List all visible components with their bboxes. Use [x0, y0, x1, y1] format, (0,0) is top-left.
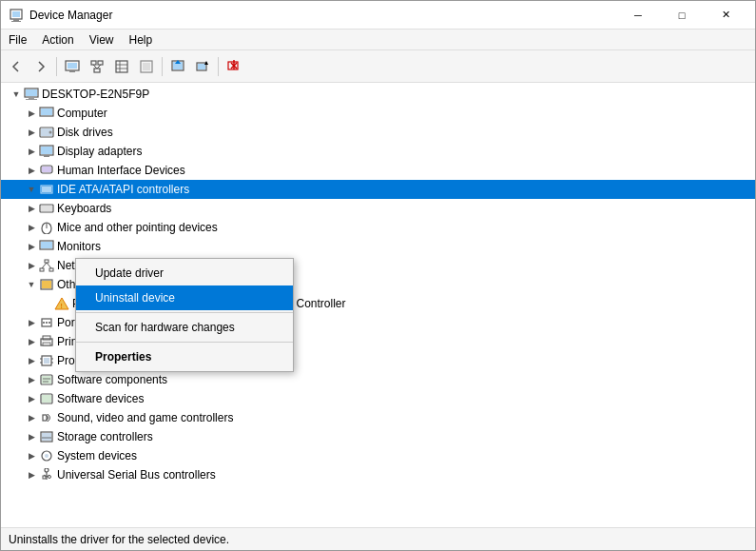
tree-disk-drives[interactable]: ▶ Disk drives	[1, 123, 755, 142]
other-icon	[39, 277, 54, 292]
svg-rect-7	[91, 61, 96, 65]
close-button[interactable]: ✕	[704, 1, 747, 30]
svg-rect-1	[12, 11, 20, 17]
display-adapters-expand[interactable]: ▶	[24, 144, 39, 159]
maximize-button[interactable]: □	[660, 1, 704, 30]
show-by-connection[interactable]	[86, 55, 108, 78]
tree-software-components[interactable]: ▶ Software components	[1, 370, 755, 389]
tree-root[interactable]: ▼ DESKTOP-E2N5F9P	[1, 85, 755, 104]
device-tree[interactable]: ▼ DESKTOP-E2N5F9P ▶	[1, 83, 755, 527]
update-driver-button[interactable]	[166, 55, 189, 78]
svg-rect-38	[44, 155, 49, 157]
title-bar: Device Manager ─ □ ✕	[1, 1, 755, 30]
ctx-update-driver[interactable]: Update driver	[76, 261, 293, 285]
tree-system-devices[interactable]: ▶ System devices	[1, 446, 755, 465]
hid-icon	[39, 163, 54, 178]
disk-drives-icon	[39, 125, 54, 140]
ctx-scan-hardware[interactable]: Scan for hardware changes	[76, 315, 293, 340]
monitors-expand[interactable]: ▶	[24, 239, 39, 254]
network-icon	[39, 258, 54, 273]
print-queues-icon	[39, 334, 54, 349]
menu-help[interactable]: Help	[122, 30, 161, 50]
svg-line-53	[47, 263, 51, 268]
show-resources-type[interactable]	[135, 55, 158, 78]
device-manager-window: Device Manager ─ □ ✕ File Action View He…	[0, 0, 756, 551]
svg-point-61	[48, 322, 50, 324]
processors-expand[interactable]: ▶	[24, 353, 39, 368]
system-devices-icon	[39, 448, 54, 463]
tree-hid[interactable]: ▶ Human Interface Devices	[1, 161, 755, 180]
minimize-button[interactable]: ─	[616, 1, 660, 30]
svg-rect-72	[42, 376, 51, 384]
software-devices-expand[interactable]: ▶	[24, 391, 39, 406]
other-expand[interactable]: ▼	[24, 277, 39, 292]
software-components-expand[interactable]: ▶	[24, 372, 39, 387]
tree-sound[interactable]: ▶ Sound, video and game controllers	[1, 408, 755, 427]
ctx-uninstall-device[interactable]: Uninstall device	[76, 285, 293, 310]
app-icon	[9, 8, 24, 23]
scan-hardware-button[interactable]	[191, 55, 214, 78]
tree-keyboards[interactable]: ▶ Keyboards	[1, 199, 755, 218]
ide-ata-icon	[39, 182, 54, 197]
tree-computer[interactable]: ▶ Computer	[1, 104, 755, 123]
show-by-device[interactable]	[61, 55, 84, 78]
show-resources-device[interactable]	[110, 55, 133, 78]
mice-expand[interactable]: ▶	[24, 220, 39, 235]
svg-rect-29	[29, 97, 34, 99]
svg-point-35	[49, 131, 52, 134]
tree-ide-ata[interactable]: ▼ IDE ATA/ATAPI controllers	[1, 180, 755, 199]
storage-expand[interactable]: ▶	[24, 429, 39, 444]
remove-device-button[interactable]	[223, 55, 245, 78]
network-expand[interactable]: ▶	[24, 258, 39, 273]
tree-usb[interactable]: ▶ Universal Serial Bus controllers	[1, 465, 755, 484]
ports-expand[interactable]: ▶	[24, 315, 39, 330]
ctx-properties[interactable]: Properties	[76, 344, 293, 369]
tree-item-label: Universal Serial Bus controllers	[57, 468, 216, 482]
root-expand[interactable]: ▼	[9, 87, 24, 102]
menu-view[interactable]: View	[82, 30, 122, 50]
ports-icon	[39, 315, 54, 330]
tree-mice[interactable]: ▶ Mice and other pointing devices	[1, 218, 755, 237]
software-components-icon	[39, 372, 54, 387]
hid-expand[interactable]: ▶	[24, 163, 39, 178]
svg-rect-48	[41, 242, 52, 248]
disk-drives-expand[interactable]: ▶	[24, 125, 39, 140]
computer-expand[interactable]: ▶	[24, 106, 39, 121]
sound-expand[interactable]: ▶	[24, 410, 39, 425]
print-queues-expand[interactable]: ▶	[24, 334, 39, 349]
menu-bar: File Action View Help	[1, 30, 755, 50]
ide-ata-expand[interactable]: ▼	[24, 182, 39, 197]
usb-icon	[39, 467, 54, 482]
tree-monitors[interactable]: ▶ Monitors	[1, 237, 755, 256]
back-button[interactable]	[5, 55, 28, 78]
tree-item-label: Software components	[57, 373, 167, 386]
svg-rect-5	[68, 63, 77, 69]
svg-rect-76	[42, 395, 51, 403]
forward-button[interactable]	[29, 55, 52, 78]
svg-text:!: !	[60, 302, 63, 310]
toolbar-sep-2	[162, 57, 163, 76]
tree-storage[interactable]: ▶ Storage controllers	[1, 427, 755, 446]
svg-rect-79	[42, 433, 51, 441]
svg-rect-9	[94, 69, 100, 72]
processors-icon	[39, 353, 54, 368]
tree-item-label: Display adapters	[57, 145, 142, 158]
toolbar-sep-3	[218, 57, 219, 76]
svg-rect-22	[198, 64, 205, 69]
menu-action[interactable]: Action	[34, 30, 81, 50]
keyboards-expand[interactable]: ▶	[24, 201, 39, 216]
svg-rect-51	[49, 268, 53, 271]
root-label: DESKTOP-E2N5F9P	[42, 88, 149, 101]
usb-expand[interactable]: ▶	[24, 467, 39, 482]
system-devices-expand[interactable]: ▶	[24, 448, 39, 463]
computer-icon	[24, 87, 39, 102]
svg-rect-42	[42, 187, 51, 192]
tree-display-adapters[interactable]: ▶ Display adapters	[1, 142, 755, 161]
computer-device-icon	[39, 106, 54, 121]
keyboards-icon	[39, 201, 54, 216]
tree-software-devices[interactable]: ▶ Software devices	[1, 389, 755, 408]
svg-rect-40	[42, 167, 51, 172]
menu-file[interactable]: File	[1, 30, 34, 50]
toolbar	[1, 50, 755, 83]
svg-point-83	[45, 468, 48, 472]
